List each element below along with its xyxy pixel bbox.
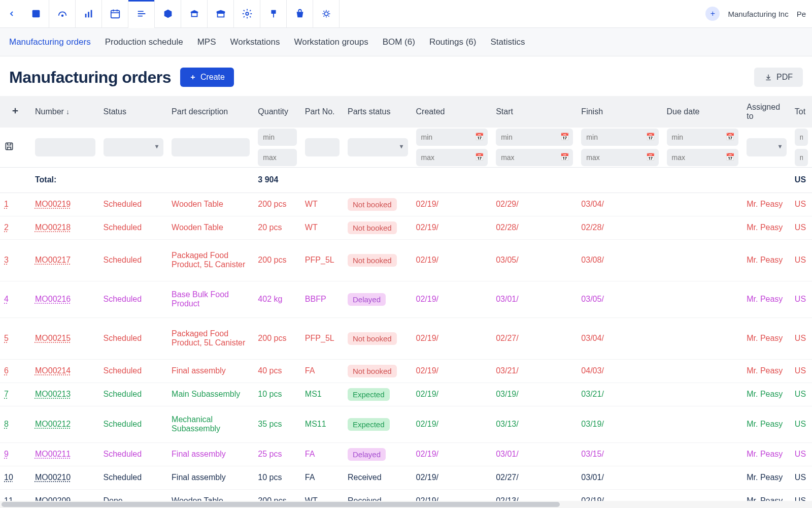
row-index[interactable]: 2	[4, 223, 9, 232]
table-row[interactable]: 4MO00216ScheduledBase Bulk Food Product4…	[0, 281, 812, 318]
filter-number-input[interactable]	[35, 138, 95, 156]
row-index[interactable]: 3	[4, 256, 9, 264]
nav-manufacturing-icon[interactable]	[128, 0, 155, 28]
cell-finish: 03/19/	[577, 406, 662, 442]
cell-partno: FA	[301, 359, 344, 383]
export-pdf-button[interactable]: PDF	[754, 68, 803, 87]
nav-dashboard-icon[interactable]	[23, 0, 49, 28]
order-number-link[interactable]: MO00212	[35, 420, 71, 428]
table-row[interactable]: 8MO00212ScheduledMechanical Subassembly3…	[0, 406, 812, 442]
table-row[interactable]: 1MO00219ScheduledWooden Table200 pcsWTNo…	[0, 193, 812, 216]
nav-crm-icon[interactable]	[208, 0, 234, 28]
cell-partno: MS1	[301, 383, 344, 406]
cell-due	[663, 442, 743, 466]
nav-gauge-icon[interactable]	[49, 0, 76, 28]
scrollbar-thumb[interactable]	[2, 502, 560, 507]
table-row[interactable]: 7MO00213ScheduledMain Subassembly10 pcsM…	[0, 383, 812, 406]
table-row[interactable]: 9MO00211ScheduledFinal assembly25 pcsFAD…	[0, 442, 812, 466]
row-index[interactable]: 1	[4, 200, 9, 208]
filter-pstatus-select[interactable]	[348, 138, 408, 156]
row-index[interactable]: 6	[4, 366, 9, 375]
subnav-item[interactable]: BOM (6)	[383, 37, 415, 47]
filter-qty-max[interactable]	[258, 149, 297, 166]
filter-status-select[interactable]	[104, 138, 164, 156]
company-name[interactable]: Manufacturing Inc	[728, 10, 788, 18]
table-row[interactable]: 2MO00218ScheduledWooden Table20 pcsWTNot…	[0, 216, 812, 239]
cell-pstatus: Not booked	[344, 239, 412, 281]
calendar-icon[interactable]: 📅	[646, 133, 655, 141]
col-parts-status[interactable]: Parts status	[344, 96, 412, 128]
cell-due	[663, 383, 743, 406]
nav-hr-icon[interactable]	[260, 0, 287, 28]
add-button[interactable]: +	[705, 7, 720, 21]
nav-stock-icon[interactable]	[155, 0, 181, 28]
row-index[interactable]: 10	[4, 473, 13, 482]
subnav-item[interactable]: Production schedule	[105, 37, 183, 47]
order-number-link[interactable]: MO00217	[35, 256, 71, 264]
calendar-icon[interactable]: 📅	[646, 153, 655, 161]
calendar-icon[interactable]: 📅	[560, 133, 569, 141]
col-qty[interactable]: Quantity	[254, 96, 301, 128]
subnav-item[interactable]: Manufacturing orders	[9, 37, 91, 47]
row-index[interactable]: 4	[4, 295, 9, 303]
subnav-item[interactable]: Workstation groups	[294, 37, 368, 47]
horizontal-scrollbar[interactable]	[0, 501, 812, 508]
filter-partno-input[interactable]	[305, 138, 340, 156]
calendar-icon[interactable]: 📅	[560, 153, 569, 161]
table-row[interactable]: 5MO00215ScheduledPackaged Food Product, …	[0, 318, 812, 359]
order-number-link[interactable]: MO00213	[35, 390, 71, 398]
order-number-link[interactable]: MO00214	[35, 366, 71, 375]
order-number-link[interactable]: MO00210	[35, 473, 71, 482]
create-button[interactable]: Create	[180, 68, 234, 87]
nav-help-icon[interactable]	[313, 0, 340, 28]
nav-accounting-icon[interactable]	[287, 0, 313, 28]
col-total[interactable]: Tot	[791, 96, 812, 128]
calendar-icon[interactable]: 📅	[475, 153, 484, 161]
filter-total-min[interactable]	[795, 129, 808, 146]
calendar-icon[interactable]: 📅	[726, 153, 734, 161]
table-row[interactable]: 10MO00210ScheduledFinal assembly10 pcsFA…	[0, 466, 812, 489]
col-start[interactable]: Start	[492, 96, 577, 128]
calendar-icon[interactable]: 📅	[726, 133, 734, 141]
table-row[interactable]: 3MO00217ScheduledPackaged Food Product, …	[0, 239, 812, 281]
add-column-button[interactable]	[11, 108, 20, 117]
col-assigned[interactable]: Assigned to	[742, 96, 791, 128]
sort-desc-icon: ↓	[66, 108, 70, 116]
order-number-link[interactable]: MO00215	[35, 334, 71, 342]
row-index[interactable]: 9	[4, 450, 9, 458]
user-name-truncated[interactable]: Pe	[797, 10, 806, 18]
calendar-icon[interactable]: 📅	[475, 133, 484, 141]
row-index[interactable]: 7	[4, 390, 9, 398]
col-status[interactable]: Status	[99, 96, 168, 128]
subnav-item[interactable]: MPS	[197, 37, 216, 47]
filter-total-max[interactable]	[795, 149, 808, 166]
save-filters-button[interactable]	[4, 144, 14, 153]
order-number-link[interactable]: MO00211	[35, 450, 71, 458]
cell-total: US	[791, 466, 812, 489]
row-index[interactable]: 8	[4, 420, 9, 428]
back-button[interactable]	[0, 0, 23, 28]
nav-purchasing-icon[interactable]	[181, 0, 208, 28]
row-index[interactable]: 5	[4, 334, 9, 342]
table-row[interactable]: 6MO00214ScheduledFinal assembly40 pcsFAN…	[0, 359, 812, 383]
col-due[interactable]: Due date	[663, 96, 743, 128]
col-created[interactable]: Created	[412, 96, 492, 128]
subnav-item[interactable]: Routings (6)	[429, 37, 477, 47]
subnav-item[interactable]: Workstations	[230, 37, 280, 47]
nav-calendar-icon[interactable]	[102, 0, 128, 28]
col-partno[interactable]: Part No.	[301, 96, 344, 128]
filter-qty-min[interactable]	[258, 129, 297, 146]
order-number-link[interactable]: MO00218	[35, 223, 71, 232]
filter-desc-input[interactable]	[172, 138, 250, 156]
cell-start: 02/28/	[492, 216, 577, 239]
col-desc[interactable]: Part description	[167, 96, 254, 128]
cell-desc: Mechanical Subassembly	[167, 406, 254, 442]
nav-settings-icon[interactable]	[234, 0, 260, 28]
col-number[interactable]: Number↓	[31, 96, 99, 128]
order-number-link[interactable]: MO00216	[35, 295, 71, 303]
subnav-item[interactable]: Statistics	[490, 37, 525, 47]
nav-analytics-icon[interactable]	[76, 0, 102, 28]
filter-assigned-select[interactable]	[747, 138, 787, 156]
col-finish[interactable]: Finish	[577, 96, 662, 128]
order-number-link[interactable]: MO00219	[35, 200, 71, 208]
